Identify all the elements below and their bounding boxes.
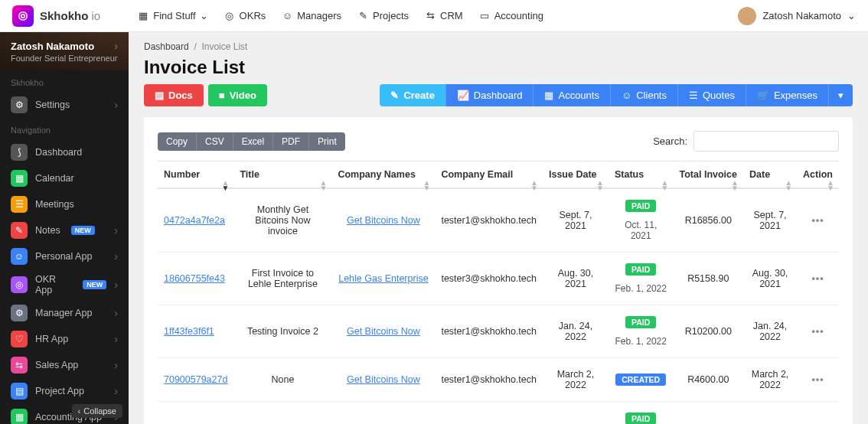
invoice-number-link[interactable]: 70900579a27d (164, 374, 227, 385)
col-issue[interactable]: Issue Date▲▼ (543, 161, 609, 189)
company-link[interactable]: Get Bitcoins Now (347, 215, 420, 226)
expenses-button[interactable]: 🛒Expenses (746, 84, 828, 106)
col-total[interactable]: Total Invoice▲▼ (674, 161, 743, 189)
pdf-button[interactable]: PDF (272, 132, 308, 151)
right-actions: ✎Create 📈Dashboard ▦Accounts ☺Clients ☰Q… (380, 84, 853, 106)
create-button[interactable]: ✎Create (380, 84, 445, 106)
search-input[interactable] (693, 131, 839, 152)
cell-total: R10200.00 (674, 305, 743, 358)
grid-icon: ▦ (137, 10, 149, 22)
invoice-number-link[interactable]: 0472a4a7fe2a (164, 215, 225, 226)
row-actions-button[interactable]: ••• (811, 273, 824, 284)
collapse-button[interactable]: ‹Collapse (72, 404, 122, 418)
table-row: 70900579a27dNoneGet Bitcoins Nowtester1@… (158, 358, 839, 402)
cell-date: March 2, 2022 (743, 358, 797, 402)
col-title[interactable]: Title▲▼ (233, 161, 331, 189)
sidebar-item-sales-app[interactable]: ⇆Sales App› (0, 352, 129, 378)
breadcrumb: Dashboard / Invoice List (129, 32, 868, 55)
status-date: Feb. 1, 2022 (615, 336, 667, 347)
copy-button[interactable]: Copy (158, 132, 196, 151)
status-badge: PAID (625, 413, 656, 424)
sidebar-item-manager-app[interactable]: ⚙Manager App› (0, 300, 129, 326)
col-email[interactable]: Company Email▲▼ (435, 161, 543, 189)
breadcrumb-root[interactable]: Dashboard (144, 41, 189, 52)
app-icon: ⟆ (11, 144, 28, 161)
sidebar-item-hr-app[interactable]: ♡HR App› (0, 326, 129, 352)
cell-date: Aug. 30, 2021 (743, 253, 797, 305)
data-panel: Copy CSV Excel PDF Print Search: Number▲… (144, 117, 853, 424)
sidebar-item-okr-app[interactable]: ◎OKR AppNEW› (0, 269, 129, 300)
cell-email: tester1@skhokho.tech (435, 188, 543, 253)
sidebar-item-dashboard[interactable]: ⟆Dashboard (0, 139, 129, 165)
accounts-button[interactable]: ▦Accounts (533, 84, 609, 106)
nav-projects[interactable]: ✎Projects (357, 10, 409, 22)
sidebar-item-project-app[interactable]: ▤Project App› (0, 378, 129, 404)
dashboard-button[interactable]: 📈Dashboard (445, 84, 534, 106)
row-actions-button[interactable]: ••• (811, 374, 824, 385)
sidebar-item-personal-app[interactable]: ☺Personal App› (0, 243, 129, 269)
chevron-right-icon: › (114, 385, 118, 397)
nav-okrs[interactable]: ◎OKRs (224, 10, 266, 22)
company-link[interactable]: Get Bitcoins Now (347, 326, 420, 337)
app-icon: ☰ (11, 196, 28, 213)
table-row: 18606755fe43First Invoice to Lehle Enter… (158, 253, 839, 305)
company-link[interactable]: Get Bitcoins Now (347, 374, 420, 385)
col-company[interactable]: Company Names▲▼ (331, 161, 435, 189)
nav-crm[interactable]: ⇆CRM (424, 10, 463, 22)
cell-title: First Invoice to Lehle Enterprise (233, 253, 331, 305)
status-badge: PAID (625, 200, 656, 212)
edit-icon: ✎ (357, 10, 369, 22)
nav-managers[interactable]: ☺Managers (281, 10, 341, 22)
sidebar-heading-nav: Navigation (0, 118, 129, 139)
invoice-number-link[interactable]: 18606755fe43 (164, 273, 225, 284)
cell-date: Sept. 7, 2021 (743, 188, 797, 253)
cell-issue: Sept. 7, 2021 (543, 188, 609, 253)
cell-total: R20600.00 (674, 402, 743, 425)
cell-email: tester3@skhokho.tech (435, 253, 543, 305)
app-icon: ✎ (11, 222, 28, 239)
print-button[interactable]: Print (308, 132, 345, 151)
video-button[interactable]: ■Video (208, 84, 267, 106)
col-date[interactable]: Date▲▼ (743, 161, 797, 189)
sidebar-item-notes[interactable]: ✎NotesNEW› (0, 217, 129, 243)
breadcrumb-current: Invoice List (201, 41, 247, 52)
sidebar-item-calendar[interactable]: ▦Calendar (0, 165, 129, 191)
col-status[interactable]: Status▲▼ (609, 161, 674, 189)
col-number[interactable]: Number▲▼ (158, 161, 233, 189)
nav-accounting[interactable]: ▭Accounting (478, 10, 543, 22)
invoice-number-link[interactable]: 1ff43fe3f6f1 (164, 326, 214, 337)
excel-button[interactable]: Excel (233, 132, 272, 151)
top-nav: ▦Find Stuff ⌄ ◎OKRs ☺Managers ✎Projects … (137, 10, 543, 22)
cell-date: Oct. 11, 2021 (743, 402, 797, 425)
cell-total: R4600.00 (674, 358, 743, 402)
clients-button[interactable]: ☺Clients (610, 84, 677, 106)
user-circle-icon: ☺ (622, 90, 631, 101)
more-actions-button[interactable]: ▾ (828, 84, 853, 106)
calculator-icon: ▦ (544, 90, 553, 101)
nav-find-stuff[interactable]: ▦Find Stuff ⌄ (137, 10, 207, 22)
cell-email: tester1@skhokho.tech (435, 305, 543, 358)
row-actions-button[interactable]: ••• (811, 215, 824, 226)
chevron-right-icon: › (114, 359, 118, 371)
app-icon: ⚙ (11, 305, 28, 321)
col-action[interactable]: Action▲▼ (797, 161, 839, 189)
user-menu[interactable]: Zatosh Nakamoto ⌄ (738, 7, 856, 25)
sidebar-item-meetings[interactable]: ☰Meetings (0, 191, 129, 217)
sidebar-profile[interactable]: Zatosh Nakamoto› Founder Serial Entrepre… (0, 32, 129, 70)
quotes-button[interactable]: ☰Quotes (677, 84, 746, 106)
user-icon: ☺ (281, 10, 293, 22)
status-date: Oct. 11, 2021 (615, 220, 667, 241)
export-buttons: Copy CSV Excel PDF Print (158, 132, 345, 151)
cell-issue: Aug. 30, 2021 (543, 253, 609, 305)
row-actions-button[interactable]: ••• (811, 326, 824, 337)
video-icon: ■ (219, 90, 225, 101)
chevron-right-icon: › (114, 279, 118, 291)
chart-icon: 📈 (457, 90, 469, 101)
invoice-table: Number▲▼ Title▲▼ Company Names▲▼ Company… (158, 161, 839, 424)
brand-logo[interactable] (12, 5, 34, 27)
cell-title: None (233, 358, 331, 402)
sidebar-settings[interactable]: ⚙Settings › (0, 92, 129, 118)
company-link[interactable]: Lehle Gas Enterprise (338, 273, 428, 284)
docs-button[interactable]: ▤Docs (144, 84, 204, 106)
csv-button[interactable]: CSV (196, 132, 233, 151)
